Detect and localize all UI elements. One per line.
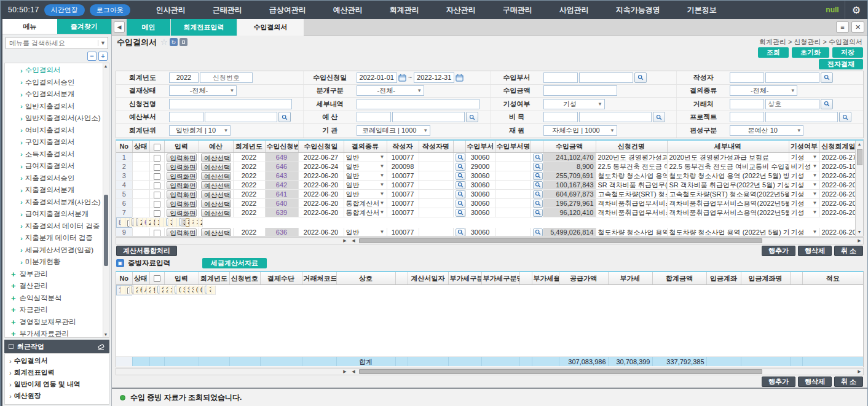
decision-type-cell-select[interactable]: 일반▼ [344,171,387,181]
cell-s3[interactable] [203,286,207,295]
input-screen-button[interactable]: 입력화면 [164,208,199,217]
cell-chk[interactable] [149,190,164,199]
budget-select-button[interactable]: 예산선택 [199,181,233,190]
input-screen-button[interactable]: 입력화면 [164,199,199,208]
gisung-cell-select[interactable]: 기성▼ [194,218,199,227]
budget-select-button[interactable]: 예산선택 [201,181,231,189]
row-checkbox[interactable] [154,164,160,171]
top-menu-item[interactable]: 구매관리 [503,5,532,15]
writer-name-input[interactable] [765,72,819,83]
table-row[interactable]: 2입력화면예산선택20226462022-06-24일반▼20009829000… [116,162,858,171]
gisung-cell-select[interactable]: 기성▼ [789,208,819,217]
decision-type-cell-select[interactable]: 일반▼ [346,228,385,236]
sidebar-item[interactable]: ›수입결의서승인 [5,77,109,89]
gisung-cell-select[interactable]: 기성▼ [789,181,819,190]
sidebar-item[interactable]: ›세금계산서연결(일괄) [5,244,109,257]
top-menu-item[interactable]: 예산관리 [333,5,363,15]
input-screen-button[interactable]: 입력화면 [167,172,197,180]
sidebar-item[interactable]: ›지출결의서분개(사업소) [5,197,109,209]
decision-type-cell-select[interactable]: 통합계산서▼ [151,218,156,227]
eraser-icon[interactable] [97,343,105,350]
sidebar-tab-menu[interactable]: 메뉴 [2,19,57,34]
input-screen-button[interactable]: 입력화면 [130,286,134,295]
cancel-button[interactable]: 취 소 [834,377,863,387]
decision-type-cell-select[interactable]: 일반▼ [344,190,387,199]
row-checkbox[interactable] [154,192,160,198]
cell-s1[interactable] [453,162,465,171]
top-menu-item[interactable]: 지속가능경영 [616,5,660,15]
income-dept-name-input[interactable] [579,72,633,83]
gisung-cell-select[interactable]: 기성▼ [791,228,818,236]
top-menu-item[interactable]: 회계관리 [390,5,419,15]
tree-scrollbar[interactable]: ▲▼ [103,63,109,337]
evidence-grid-hscrollbar[interactable]: ▶ ◀ ▶ [116,368,864,375]
search-icon[interactable] [456,181,465,189]
budget-select-button[interactable]: 예산선택 [201,190,231,198]
search-icon[interactable] [839,112,851,122]
sidebar-item[interactable]: +부가세자료관리 [5,328,109,338]
cell-s2[interactable] [531,190,543,199]
top-menu-item[interactable]: 기본정보 [687,5,717,15]
table-row[interactable]: 4입력화면예산선택20226422022-06-20일반▼10007730060… [116,181,858,190]
e-approval-button[interactable]: 전자결재 [819,59,863,69]
input-screen-button[interactable]: 입력화면 [167,163,197,171]
cell-chk[interactable] [149,228,164,236]
cell-chk[interactable] [149,153,164,162]
account-unit-select[interactable]: 일반회계 | 10▼ [169,125,231,136]
cell-s2[interactable] [173,286,177,295]
input-screen-button[interactable]: 입력화면 [164,162,199,171]
logout-button[interactable]: 로그아웃 [90,4,130,16]
cell-s2[interactable] [177,218,181,227]
calendar-icon[interactable] [456,74,464,82]
gear-icon[interactable]: ⚙ [845,1,867,19]
document-tab[interactable]: 수입결의서 [237,19,304,36]
input-screen-button[interactable]: 입력화면 [130,218,134,227]
gisung-cell-select[interactable]: 비기성▼ [791,162,818,171]
collapse-all-button[interactable]: − [87,52,97,61]
input-screen-button[interactable]: 입력화면 [164,228,199,236]
decision-type-cell-select[interactable]: 일반▼ [344,181,387,190]
search-icon[interactable] [456,200,465,208]
scroll-right-icon[interactable]: ▶ [341,369,349,375]
budget-select-button[interactable]: 예산선택 [199,162,233,171]
search-icon[interactable] [466,112,478,122]
budget-type-select[interactable]: 본예산 10▼ [730,125,803,136]
decision-type-cell-select[interactable]: 일반▼ [346,162,385,171]
decision-type-cell-select[interactable]: 일반▼ [346,190,385,198]
calendar-icon[interactable] [398,74,406,82]
cell-chk[interactable] [149,208,164,217]
budget-select-button[interactable]: 예산선택 [134,218,138,227]
budget-name-input[interactable] [392,112,465,122]
budget-select-button[interactable]: 예산선택 [201,228,231,236]
detail-input[interactable] [357,99,479,109]
writer-code-input[interactable] [730,72,764,83]
project-name-input[interactable] [765,112,838,122]
table-row[interactable]: 9입력화면예산선택20226362022-06-20일반▼10007730060… [116,228,858,236]
recent-work-item[interactable]: ›수입결의서 [5,355,109,367]
cell-chk[interactable] [125,218,130,227]
input-screen-button[interactable]: 입력화면 [164,171,199,181]
decision-type-cell-select[interactable]: 일반▼ [346,171,385,180]
vscroll-thumb[interactable] [104,195,108,266]
table-row[interactable]: 1입력화면예산선택20226492022-06-27일반▼10007730060… [116,153,858,162]
organization-select[interactable]: 코레일테크 | 1000▼ [357,125,430,136]
gisung-cell-select[interactable]: 기성▼ [791,208,818,217]
chevron-down-icon[interactable]: ▼ [98,40,108,46]
income-amount-input[interactable] [543,85,617,96]
extend-time-button[interactable]: 시간연장 [44,4,85,16]
input-screen-button[interactable]: 입력화면 [164,153,199,162]
delete-row-button[interactable]: 행삭제 [798,246,832,256]
cell-s1[interactable] [453,228,465,236]
cell-s2[interactable] [531,171,543,181]
search-icon[interactable] [821,72,833,83]
sidebar-item[interactable]: ›지출분개 데이터 검증 [5,232,109,244]
cell-s2[interactable] [531,228,543,236]
search-icon[interactable] [533,172,543,180]
delete-row-button[interactable]: 행삭제 [798,377,832,387]
select-all-checkbox[interactable] [154,144,160,150]
top-menu-item[interactable]: 근태관리 [213,5,242,15]
budget-select-button[interactable]: 예산선택 [201,154,231,162]
bimok-name-input[interactable] [579,112,652,122]
search-icon[interactable] [533,181,543,189]
cell-s1[interactable] [453,190,465,199]
